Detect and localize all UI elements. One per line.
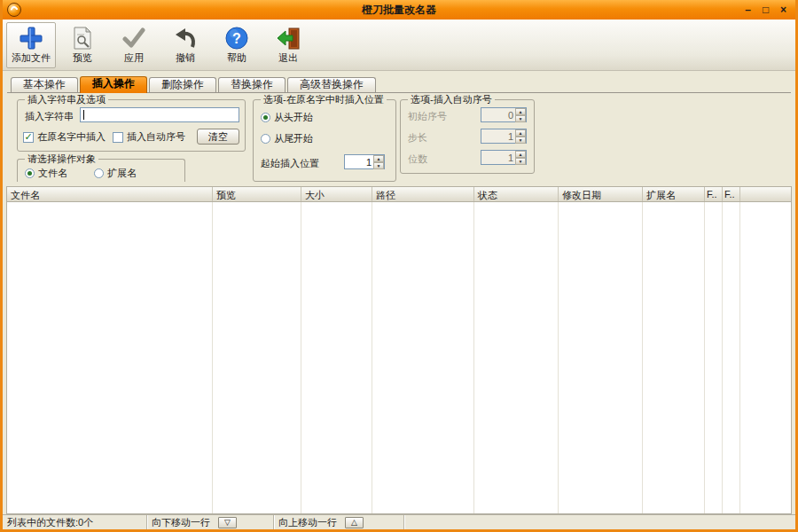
- add-files-label: 添加文件: [12, 51, 51, 65]
- spin-down-icon[interactable]: ▼: [373, 162, 384, 169]
- operation-tabbar: 基本操作 插入操作 删除操作 替换操作 高级替换操作: [7, 76, 791, 93]
- move-down-button[interactable]: ▽: [218, 517, 237, 528]
- preview-button[interactable]: 预览: [58, 22, 107, 68]
- checkbox-insert-auto-number[interactable]: [113, 132, 123, 143]
- move-up-text: 向上移动一行: [278, 516, 337, 529]
- column-header-path[interactable]: 路径: [372, 187, 474, 201]
- column-header-f1[interactable]: F..: [705, 187, 723, 201]
- checkbox-insert-in-original-name-label: 在原名字中插入: [37, 130, 106, 144]
- statusbar-move-up: 向上移动一行 △: [274, 515, 404, 529]
- tab-advanced-replace-operation[interactable]: 高级替换操作: [287, 77, 376, 92]
- step-value[interactable]: 1: [481, 129, 515, 143]
- insert-position-group-title: 选项-在原名字中时插入位置: [261, 93, 387, 106]
- file-list-body[interactable]: [6, 202, 792, 514]
- svg-text:?: ?: [232, 31, 241, 46]
- step-label: 步长: [408, 131, 427, 145]
- initial-number-arrows: ▲▼: [515, 108, 526, 121]
- auto-number-group-title: 选项-插入自动序号: [408, 93, 495, 106]
- initial-number-spinner[interactable]: 0 ▲▼: [481, 107, 527, 122]
- spin-down-icon[interactable]: ▼: [515, 115, 526, 122]
- statusbar-move-down: 向下移动一行 ▽: [147, 515, 274, 529]
- add-files-button[interactable]: 添加文件: [6, 22, 56, 68]
- digits-label: 位数: [408, 153, 427, 166]
- file-count-text: 列表中的文件数:0个: [7, 516, 93, 529]
- insert-position-group: 选项-在原名字中时插入位置 从头开始 从尾开始 起始插入位置 1 ▲▼: [253, 99, 396, 182]
- column-status: [474, 202, 559, 513]
- spin-down-icon[interactable]: ▼: [515, 158, 526, 165]
- start-position-label: 起始插入位置: [261, 157, 319, 170]
- spin-up-icon[interactable]: ▲: [515, 108, 526, 115]
- app-logo-icon: [7, 3, 21, 17]
- start-position-value[interactable]: 1: [345, 155, 373, 168]
- clear-button[interactable]: 清空: [197, 129, 239, 145]
- add-file-icon: [20, 25, 43, 51]
- column-header-status[interactable]: 状态: [474, 187, 559, 201]
- step-spinner[interactable]: 1 ▲▼: [481, 129, 527, 144]
- insert-options-row: ✓ 在原名字中插入 插入自动序号: [23, 130, 185, 144]
- column-header-filename[interactable]: 文件名: [7, 187, 213, 201]
- file-list-header: 文件名 预览 大小 路径 状态 修改日期 扩展名 F.. F..: [6, 186, 792, 202]
- radio-from-end-label: 从尾开始: [274, 132, 313, 145]
- text-caret: [83, 110, 84, 120]
- window-controls: – □ ×: [740, 3, 791, 17]
- column-header-preview[interactable]: 预览: [213, 187, 301, 201]
- tab-basic-operation[interactable]: 基本操作: [11, 77, 78, 92]
- insert-string-group: 插入字符串及选项 插入字符串 ✓ 在原名字中插入 插入自动序号 清空: [17, 99, 246, 152]
- undo-button[interactable]: 撤销: [160, 22, 210, 68]
- radio-extension[interactable]: [94, 168, 104, 178]
- toolbar: 添加文件 预览 应用 撤销 ? 帮助: [3, 20, 795, 71]
- from-end-row: 从尾开始: [261, 132, 313, 145]
- help-icon: ?: [225, 25, 248, 51]
- exit-icon: [277, 25, 301, 51]
- radio-from-end[interactable]: [261, 134, 270, 144]
- column-header-f2[interactable]: F..: [723, 187, 740, 201]
- column-header-filler: [740, 187, 791, 201]
- operation-target-group-title: 请选择操作对象: [25, 153, 98, 166]
- auto-number-group: 选项-插入自动序号 初始序号 0 ▲▼ 步长 1 ▲▼ 位数 1 ▲▼: [400, 99, 535, 174]
- radio-filename-label: 文件名: [38, 167, 67, 180]
- move-down-text: 向下移动一行: [152, 516, 210, 529]
- titlebar[interactable]: 橙刀批量改名器 – □ ×: [3, 0, 795, 20]
- column-extension: [643, 202, 705, 513]
- close-button[interactable]: ×: [776, 3, 791, 17]
- column-preview: [213, 202, 301, 513]
- initial-number-value[interactable]: 0: [481, 108, 515, 121]
- minimize-button[interactable]: –: [740, 3, 755, 17]
- apply-button[interactable]: 应用: [109, 22, 159, 68]
- column-header-modified-date[interactable]: 修改日期: [559, 187, 643, 201]
- initial-number-label: 初始序号: [408, 110, 447, 123]
- operation-target-group: 请选择操作对象 文件名 扩展名: [17, 159, 185, 182]
- exit-button[interactable]: 退出: [263, 22, 313, 68]
- radio-extension-label: 扩展名: [107, 167, 137, 180]
- statusbar-file-count: 列表中的文件数:0个: [3, 515, 147, 529]
- spin-up-icon[interactable]: ▲: [515, 151, 526, 158]
- digits-spinner[interactable]: 1 ▲▼: [481, 150, 527, 165]
- checkbox-insert-in-original-name[interactable]: ✓: [23, 132, 34, 143]
- statusbar-filler: [404, 515, 795, 529]
- operation-target-row: 文件名 扩展名: [25, 167, 137, 180]
- preview-icon: [72, 25, 93, 51]
- help-button[interactable]: ? 帮助: [212, 22, 262, 68]
- column-modified-date: [559, 202, 643, 513]
- radio-from-start[interactable]: [261, 113, 270, 122]
- spin-up-icon[interactable]: ▲: [515, 129, 526, 137]
- spin-down-icon[interactable]: ▼: [515, 137, 526, 144]
- move-up-button[interactable]: △: [345, 517, 364, 528]
- column-path: [372, 202, 474, 513]
- digits-value[interactable]: 1: [481, 151, 515, 164]
- radio-filename[interactable]: [25, 168, 35, 178]
- tab-delete-operation[interactable]: 删除操作: [149, 77, 216, 92]
- column-header-extension[interactable]: 扩展名: [643, 187, 705, 201]
- help-label: 帮助: [227, 51, 246, 65]
- app-window: 橙刀批量改名器 – □ × 添加文件 预览 应用: [0, 0, 798, 532]
- column-header-size[interactable]: 大小: [301, 187, 372, 201]
- spin-up-icon[interactable]: ▲: [373, 155, 384, 162]
- preview-label: 预览: [73, 51, 92, 65]
- maximize-button[interactable]: □: [758, 3, 773, 17]
- step-arrows: ▲▼: [515, 129, 526, 143]
- apply-label: 应用: [124, 51, 144, 65]
- tab-replace-operation[interactable]: 替换操作: [218, 77, 286, 92]
- tab-insert-operation[interactable]: 插入操作: [80, 76, 147, 93]
- start-position-spinner[interactable]: 1 ▲▼: [344, 154, 385, 169]
- insert-string-input[interactable]: [80, 107, 239, 122]
